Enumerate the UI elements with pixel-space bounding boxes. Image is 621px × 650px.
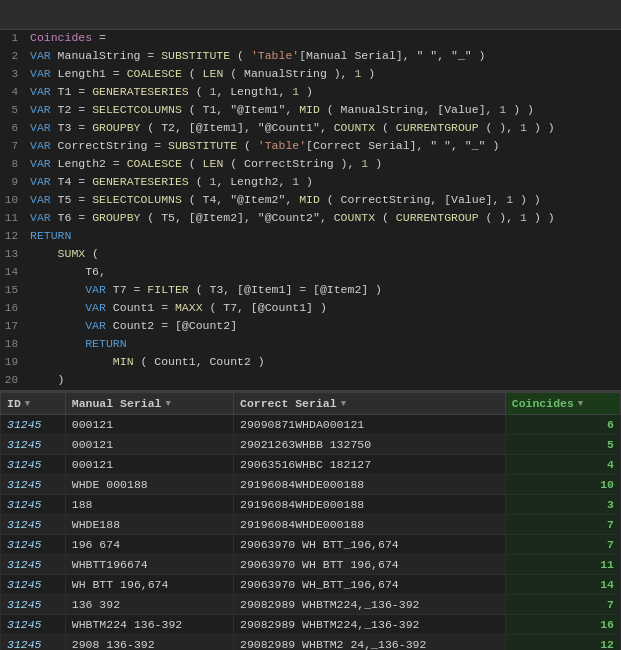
code-line: 2VAR ManualString = SUBSTITUTE ( 'Table'… bbox=[0, 48, 621, 66]
table-cell: 31245 bbox=[1, 495, 66, 515]
table-row: 31245136 39229082989 WHBTM224,_136-3927 bbox=[1, 595, 621, 615]
line-number: 1 bbox=[0, 31, 26, 45]
table-cell: 7 bbox=[505, 515, 620, 535]
line-content[interactable]: VAR CorrectString = SUBSTITUTE ( 'Table'… bbox=[26, 138, 503, 153]
line-content[interactable]: VAR T4 = GENERATESERIES ( 1, Length2, 1 … bbox=[26, 174, 317, 189]
table-row: 3124500012129090871WHDA0001216 bbox=[1, 415, 621, 435]
code-line: 12RETURN bbox=[0, 228, 621, 246]
table-row: 31245WH BTT 196,67429063970 WH_BTT_196,6… bbox=[1, 575, 621, 595]
table-cell: 31245 bbox=[1, 615, 66, 635]
table-cell: 31245 bbox=[1, 635, 66, 651]
table-cell: 29082989 WHBTM224,_136-392 bbox=[234, 615, 506, 635]
header-label: Coincides bbox=[512, 397, 574, 410]
line-content[interactable]: VAR T7 = FILTER ( T3, [@Item1] = [@Item2… bbox=[26, 282, 386, 297]
code-line: 6VAR T3 = GROUPBY ( T2, [@Item1], "@Coun… bbox=[0, 120, 621, 138]
sort-icon[interactable]: ▼ bbox=[341, 399, 346, 409]
table-cell: 29021263WHBB 132750 bbox=[234, 435, 506, 455]
table-cell: 29063970 WH BTT_196,674 bbox=[234, 535, 506, 555]
table-header-id[interactable]: ID▼ bbox=[1, 393, 66, 415]
close-icon[interactable] bbox=[8, 6, 26, 24]
data-table-wrapper: ID▼Manual Serial▼Correct Serial▼Coincide… bbox=[0, 392, 621, 650]
table-cell: 29196084WHDE000188 bbox=[234, 495, 506, 515]
table-cell: 11 bbox=[505, 555, 620, 575]
header-label: ID bbox=[7, 397, 21, 410]
code-editor: 1Coincides =2VAR ManualString = SUBSTITU… bbox=[0, 30, 621, 392]
code-line: 9VAR T4 = GENERATESERIES ( 1, Length2, 1… bbox=[0, 174, 621, 192]
line-content[interactable]: VAR T5 = SELECTCOLUMNS ( T4, "@Item2", M… bbox=[26, 192, 545, 207]
table-cell: 31245 bbox=[1, 575, 66, 595]
line-content[interactable]: Coincides = bbox=[26, 30, 110, 45]
line-content[interactable]: T6, bbox=[26, 264, 110, 279]
line-number: 15 bbox=[0, 283, 26, 297]
line-number: 5 bbox=[0, 103, 26, 117]
table-cell: 29196084WHDE000188 bbox=[234, 475, 506, 495]
header-label: Correct Serial bbox=[240, 397, 337, 410]
table-header-coincides[interactable]: Coincides▼ bbox=[505, 393, 620, 415]
table-cell: 31245 bbox=[1, 535, 66, 555]
code-line: 1Coincides = bbox=[0, 30, 621, 48]
code-line: 19 MIN ( Count1, Count2 ) bbox=[0, 354, 621, 372]
table-cell: 29063516WHBC 182127 bbox=[234, 455, 506, 475]
code-line: 3VAR Length1 = COALESCE ( LEN ( ManualSt… bbox=[0, 66, 621, 84]
line-content[interactable]: VAR T6 = GROUPBY ( T5, [@Item2], "@Count… bbox=[26, 210, 559, 225]
table-cell: 29082989 WHBTM224,_136-392 bbox=[234, 595, 506, 615]
code-line: 4VAR T1 = GENERATESERIES ( 1, Length1, 1… bbox=[0, 84, 621, 102]
code-line: 16 VAR Count1 = MAXX ( T7, [@Count1] ) bbox=[0, 300, 621, 318]
table-cell: 2908 136-392 bbox=[65, 635, 233, 651]
line-number: 8 bbox=[0, 157, 26, 171]
line-content[interactable]: VAR T2 = SELECTCOLUMNS ( T1, "@Item1", M… bbox=[26, 102, 538, 117]
line-content[interactable]: VAR T3 = GROUPBY ( T2, [@Item1], "@Count… bbox=[26, 120, 559, 135]
line-number: 16 bbox=[0, 301, 26, 315]
check-icon[interactable] bbox=[34, 6, 52, 24]
table-header-manual-serial[interactable]: Manual Serial▼ bbox=[65, 393, 233, 415]
code-line: 10VAR T5 = SELECTCOLUMNS ( T4, "@Item2",… bbox=[0, 192, 621, 210]
code-line: 13 SUMX ( bbox=[0, 246, 621, 264]
line-content[interactable]: VAR Length2 = COALESCE ( LEN ( CorrectSt… bbox=[26, 156, 386, 171]
table-row: 31245WHDE18829196084WHDE0001887 bbox=[1, 515, 621, 535]
line-content[interactable]: RETURN bbox=[26, 336, 131, 351]
code-line: 20 ) bbox=[0, 372, 621, 390]
line-content[interactable]: VAR Length1 = COALESCE ( LEN ( ManualStr… bbox=[26, 66, 379, 81]
table-cell: WHDE 000188 bbox=[65, 475, 233, 495]
line-number: 3 bbox=[0, 67, 26, 81]
code-line: 11VAR T6 = GROUPBY ( T5, [@Item2], "@Cou… bbox=[0, 210, 621, 228]
data-table: ID▼Manual Serial▼Correct Serial▼Coincide… bbox=[0, 392, 621, 650]
line-content[interactable]: MIN ( Count1, Count2 ) bbox=[26, 354, 269, 369]
table-cell: 31245 bbox=[1, 515, 66, 535]
line-content[interactable]: SUMX ( bbox=[26, 246, 103, 261]
table-cell: WHBTM224 136-392 bbox=[65, 615, 233, 635]
table-cell: 000121 bbox=[65, 435, 233, 455]
table-cell: 188 bbox=[65, 495, 233, 515]
line-content[interactable]: VAR ManualString = SUBSTITUTE ( 'Table'[… bbox=[26, 48, 490, 63]
table-row: 31245WHBTT19667429063970 WH BTT 196,6741… bbox=[1, 555, 621, 575]
line-number: 14 bbox=[0, 265, 26, 279]
table-cell: 31245 bbox=[1, 455, 66, 475]
table-row: 3124518829196084WHDE0001883 bbox=[1, 495, 621, 515]
table-cell: 000121 bbox=[65, 455, 233, 475]
line-content[interactable]: ) bbox=[26, 372, 69, 387]
sort-icon[interactable]: ▼ bbox=[165, 399, 170, 409]
table-row: 312452908 136-39229082989 WHBTM2 24,_136… bbox=[1, 635, 621, 651]
table-cell: WHBTT196674 bbox=[65, 555, 233, 575]
table-cell: 16 bbox=[505, 615, 620, 635]
line-number: 6 bbox=[0, 121, 26, 135]
sort-icon[interactable]: ▼ bbox=[578, 399, 583, 409]
line-number: 19 bbox=[0, 355, 26, 369]
table-header-correct-serial[interactable]: Correct Serial▼ bbox=[234, 393, 506, 415]
code-line: 7VAR CorrectString = SUBSTITUTE ( 'Table… bbox=[0, 138, 621, 156]
table-cell: 3 bbox=[505, 495, 620, 515]
table-cell: 000121 bbox=[65, 415, 233, 435]
table-cell: 31245 bbox=[1, 415, 66, 435]
sort-icon[interactable]: ▼ bbox=[25, 399, 30, 409]
table-cell: 136 392 bbox=[65, 595, 233, 615]
table-cell: 12 bbox=[505, 635, 620, 651]
line-content[interactable]: RETURN bbox=[26, 228, 75, 243]
toolbar bbox=[0, 0, 621, 30]
line-number: 17 bbox=[0, 319, 26, 333]
table-cell: WHDE188 bbox=[65, 515, 233, 535]
line-content[interactable]: VAR T1 = GENERATESERIES ( 1, Length1, 1 … bbox=[26, 84, 317, 99]
line-number: 13 bbox=[0, 247, 26, 261]
line-content[interactable]: VAR Count2 = [@Count2] bbox=[26, 318, 241, 333]
code-line: 14 T6, bbox=[0, 264, 621, 282]
line-content[interactable]: VAR Count1 = MAXX ( T7, [@Count1] ) bbox=[26, 300, 331, 315]
